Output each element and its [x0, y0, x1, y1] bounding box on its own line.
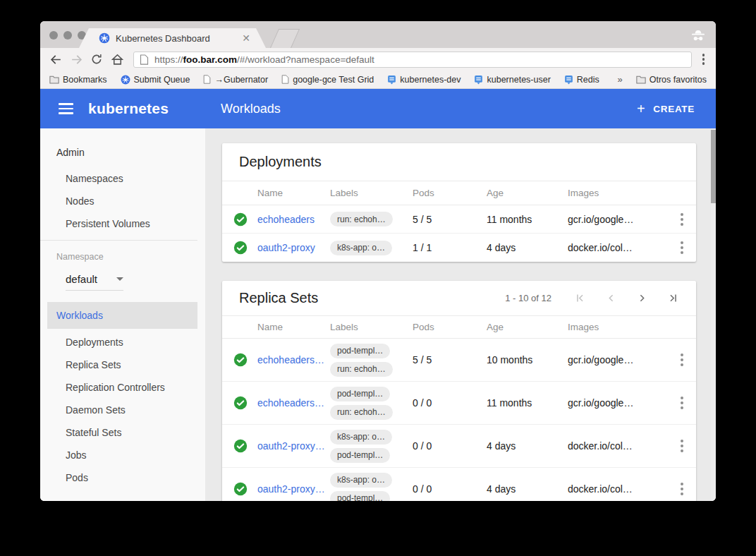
- age-cell: 4 days: [487, 440, 568, 452]
- bookmark-submit-queue[interactable]: Submit Queue: [121, 75, 190, 85]
- sidebar-item-stateful-sets[interactable]: Stateful Sets: [66, 421, 205, 444]
- replica-set-link[interactable]: oauth2-proxy…: [257, 483, 330, 495]
- namespace-label: Namespace: [56, 246, 205, 268]
- desktop-background: Kubernetes Dashboard ✕: [0, 0, 756, 556]
- content-area: Admin Namespaces Nodes Persistent Volume…: [40, 128, 716, 501]
- check-circle-icon: [233, 353, 248, 367]
- replica-set-link[interactable]: echoheaders…: [257, 354, 330, 365]
- sidebar-item-deployments[interactable]: Deployments: [66, 331, 205, 353]
- row-actions-menu-icon[interactable]: [673, 392, 690, 413]
- previous-page-button[interactable]: [605, 292, 617, 304]
- sidebar-item-jobs[interactable]: Jobs: [66, 444, 205, 466]
- first-page-button[interactable]: [574, 292, 586, 304]
- home-button[interactable]: [109, 52, 126, 67]
- close-window-button[interactable]: [49, 31, 58, 40]
- pods-cell: 1 / 1: [413, 242, 487, 253]
- sidebar-item-replica-sets[interactable]: Replica Sets: [66, 353, 205, 376]
- age-cell: 10 months: [487, 354, 568, 365]
- check-circle-icon: [233, 482, 248, 496]
- replica-set-link[interactable]: oauth2-proxy…: [257, 440, 330, 452]
- bookmarks-bar: Bookmarks Submit Queue →Gubernato: [40, 71, 716, 89]
- first-page-icon: [574, 292, 586, 304]
- label-chip: pod-templ…: [330, 344, 390, 358]
- bookmark-google-gce-test-grid[interactable]: google-gce Test Grid: [281, 75, 374, 85]
- check-circle-icon: [233, 439, 248, 453]
- sidebar-item-daemon-sets[interactable]: Daemon Sets: [66, 399, 205, 421]
- chevron-down-icon: [116, 277, 123, 284]
- sidebar-item-replication-controllers[interactable]: Replication Controllers: [66, 376, 205, 399]
- column-header-age: Age: [487, 188, 568, 198]
- scrollbar-thumb[interactable]: [711, 130, 716, 203]
- bookmark-redis[interactable]: Redis: [564, 75, 599, 85]
- images-cell: gcr.io/google…: [568, 397, 659, 409]
- images-cell: docker.io/col…: [568, 242, 659, 253]
- pods-cell: 5 / 5: [413, 214, 487, 225]
- bookmark-kubernetes-dev[interactable]: kubernetes-dev: [387, 75, 461, 85]
- sidebar-item-workloads[interactable]: Workloads: [47, 302, 197, 329]
- chat-icon: [564, 75, 573, 85]
- workloads-sub-list: Deployments Replica Sets Replication Con…: [40, 331, 205, 489]
- tab-close-icon[interactable]: ✕: [242, 33, 250, 43]
- sidebar-item-pods[interactable]: Pods: [66, 466, 205, 489]
- age-cell: 11 months: [487, 214, 568, 225]
- back-button[interactable]: [47, 52, 64, 67]
- bookmark-gubernator[interactable]: →Gubernator: [203, 75, 268, 85]
- age-cell: 11 months: [487, 397, 568, 409]
- replica-set-link[interactable]: echoheaders…: [257, 397, 330, 409]
- label-chip: run: echoh…: [330, 212, 393, 226]
- create-button[interactable]: + CREATE: [637, 102, 695, 116]
- forward-button[interactable]: [68, 52, 85, 67]
- browser-titlebar: Kubernetes Dashboard ✕: [40, 21, 716, 48]
- url-path: /#/workload?namespace=default: [237, 54, 374, 65]
- next-page-button[interactable]: [636, 292, 648, 304]
- bookmark-bookmarks-folder[interactable]: Bookmarks: [49, 75, 107, 85]
- kubernetes-brand[interactable]: kubernetes: [88, 100, 169, 117]
- table-row: echoheaders… pod-templ… run: echoh… 0 / …: [222, 382, 696, 425]
- row-actions-menu-icon[interactable]: [673, 435, 690, 457]
- replica-sets-title: Replica Sets: [239, 290, 318, 306]
- last-page-button[interactable]: [667, 292, 679, 304]
- url-protocol: https://: [154, 54, 183, 65]
- column-header-labels: Labels: [330, 188, 413, 198]
- sidebar-item-admin[interactable]: Admin: [56, 141, 205, 164]
- chat-icon: [474, 75, 483, 85]
- browser-menu-button[interactable]: [698, 51, 709, 68]
- deployments-column-headers: Name Labels Pods Age Images: [222, 181, 696, 205]
- column-header-pods: Pods: [413, 322, 487, 332]
- sidebar-item-namespaces[interactable]: Namespaces: [66, 167, 205, 190]
- row-actions-menu-icon[interactable]: [673, 349, 690, 370]
- row-actions-menu-icon[interactable]: [673, 237, 690, 258]
- minimize-window-button[interactable]: [63, 31, 72, 40]
- pagination-range: 1 - 10 of 12: [505, 293, 551, 303]
- row-actions-menu-icon[interactable]: [673, 478, 690, 500]
- column-header-name: Name: [257, 188, 330, 198]
- namespace-select[interactable]: default: [66, 268, 123, 291]
- bookmark-kubernetes-user[interactable]: kubernetes-user: [474, 75, 550, 85]
- new-tab-button[interactable]: [270, 29, 300, 48]
- url-domain: foo.bar.com: [183, 54, 238, 65]
- page-title: Workloads: [221, 102, 281, 116]
- images-cell: docker.io/col…: [568, 483, 659, 495]
- bookmark-otros-favoritos-folder[interactable]: Otros favoritos: [636, 75, 707, 85]
- bookmarks-overflow-chevron[interactable]: »: [617, 74, 622, 85]
- hamburger-menu-icon[interactable]: [59, 103, 73, 114]
- table-row: oauth2-proxy… k8s-app: o… pod-templ… 0 /…: [222, 468, 696, 501]
- page-icon: [140, 54, 149, 65]
- deployment-link[interactable]: oauth2-proxy: [257, 242, 330, 253]
- sidebar-item-persistent-volumes[interactable]: Persistent Volumes: [66, 212, 205, 235]
- page-scrollbar[interactable]: [711, 128, 716, 501]
- refresh-button[interactable]: [88, 52, 105, 67]
- traffic-lights: [49, 31, 86, 40]
- column-header-images: Images: [568, 322, 659, 332]
- sidebar-item-nodes[interactable]: Nodes: [66, 190, 205, 212]
- check-circle-icon: [233, 212, 248, 226]
- url-text: https://foo.bar.com/#/workload?namespace…: [154, 54, 374, 65]
- label-chip: k8s-app: o…: [330, 241, 392, 255]
- row-actions-menu-icon[interactable]: [673, 209, 690, 230]
- kubernetes-favicon-icon: [99, 32, 110, 44]
- folder-icon: [636, 75, 646, 84]
- table-row: oauth2-proxy… k8s-app: o… pod-templ… 0 /…: [222, 425, 696, 468]
- deployment-link[interactable]: echoheaders: [257, 214, 330, 225]
- browser-tab[interactable]: Kubernetes Dashboard ✕: [79, 28, 266, 48]
- url-bar[interactable]: https://foo.bar.com/#/workload?namespace…: [133, 52, 692, 68]
